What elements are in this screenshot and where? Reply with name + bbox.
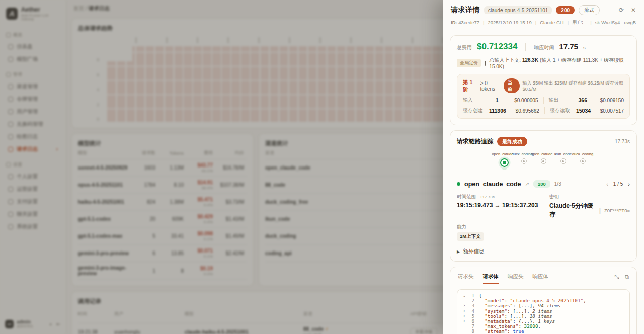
tier-token-count: 1 bbox=[489, 97, 505, 103]
capability-label: 能力 bbox=[457, 224, 630, 230]
stream-mode-pill: 流式 bbox=[579, 5, 600, 15]
tier-metric-label: 缓存读取 bbox=[550, 107, 576, 114]
attempt-count: 1/3 bbox=[554, 181, 561, 187]
user-label: 用户: bbox=[572, 19, 583, 26]
copy-icon[interactable]: ⧉ bbox=[625, 274, 629, 280]
tab-响应头[interactable]: 响应头 bbox=[508, 273, 524, 280]
cost-card: 总费用 $0.712334 响应时间 17.75 s 全局定价 总输入上下文: … bbox=[450, 35, 637, 125]
trace-node[interactable]: duck_coding bbox=[573, 158, 593, 167]
model-name-pill: claude-opus-4-5-20251101 bbox=[484, 6, 552, 14]
tier-metric-label: 输出 bbox=[549, 97, 575, 104]
trace-node-label: open_claude... bbox=[531, 152, 555, 156]
collapse-all-icon[interactable]: ⤡ bbox=[614, 274, 619, 280]
tab-请求体[interactable]: 请求体 bbox=[483, 273, 499, 280]
tier-token-count: 111306 bbox=[489, 108, 506, 114]
tier-cost: $0.000005 bbox=[505, 98, 538, 103]
tier-range: > 0 tokens bbox=[480, 80, 501, 92]
json-body-viewer: ⌄1{2 "model": "claude-opus-4-5-20251101"… bbox=[457, 289, 630, 334]
trace-node[interactable]: open_claude... bbox=[495, 158, 514, 167]
key-masked-value: Z0F***PT0= bbox=[604, 208, 630, 213]
total-fee-label: 总费用 bbox=[457, 44, 472, 51]
total-fee-value: $0.712334 bbox=[477, 42, 517, 52]
expand-caret-icon[interactable]: › bbox=[461, 303, 467, 308]
tab-响应体[interactable]: 响应体 bbox=[533, 273, 549, 280]
trace-duration: 17.73s bbox=[615, 139, 630, 144]
request-id: 43cede77 bbox=[458, 20, 479, 25]
trace-node-icon bbox=[521, 158, 527, 164]
trace-node[interactable]: ikun_code bbox=[553, 158, 573, 167]
tier-metric-label: 输入 bbox=[463, 97, 489, 104]
trace-node-label: ikun_code bbox=[554, 152, 572, 156]
trace-status-badge: 最终成功 bbox=[497, 137, 527, 146]
context-total: 126.3K bbox=[522, 57, 538, 63]
tier-rates: 输入 $5/M 输出 $25/M 缓存创建 $6.25/M 缓存读取 $0.5/… bbox=[523, 80, 624, 92]
key-label: 密钥 bbox=[549, 194, 559, 200]
key-name: Claude-5分钟缓存 bbox=[549, 202, 596, 219]
trace-node[interactable]: duck_coding... bbox=[514, 158, 534, 167]
request-detail-panel: 请求详情 claude-opus-4-5-20251101 200 流式 ⟳ ✕… bbox=[443, 0, 644, 334]
status-code-badge: 200 bbox=[556, 6, 575, 14]
trace-card: 请求链路追踪 最终成功 17.73s open_claude...duck_co… bbox=[450, 130, 637, 262]
success-dot-icon bbox=[457, 182, 460, 186]
request-time: 2025/12/10 19:15:19 bbox=[488, 20, 532, 25]
attempt-status-badge: 200 bbox=[533, 180, 550, 188]
time-range-value: 19:15:19.473 → 19:15:37.203 bbox=[457, 202, 549, 209]
trace-node-icon bbox=[560, 158, 566, 164]
trace-stepper: open_claude...duck_coding...open_claude.… bbox=[457, 158, 630, 172]
capability-tag: 1M上下文 bbox=[457, 232, 484, 241]
trace-node[interactable]: open_claude... bbox=[534, 158, 553, 167]
next-page-icon[interactable]: › bbox=[628, 181, 630, 187]
collapse-caret-icon[interactable]: ⌄ bbox=[461, 293, 467, 298]
tab-请求头[interactable]: 请求头 bbox=[458, 273, 474, 280]
expand-caret-icon[interactable]: › bbox=[461, 319, 467, 324]
tier-cost: $0.695662 bbox=[506, 108, 539, 114]
tier-name: 第 1 阶 bbox=[463, 79, 477, 93]
payload-card: 请求头请求体响应头响应体 ⤡ ⧉ ⌄1{2 "model": "claude-o… bbox=[450, 267, 637, 334]
extra-info-toggle[interactable]: ▶ 额外信息 bbox=[457, 248, 630, 255]
page-indicator: 1 / 5 bbox=[613, 181, 623, 187]
tier-metric-label: 缓存创建 bbox=[463, 107, 489, 114]
tier-usage-row: 输入1$0.000005输出366$0.009150 bbox=[463, 97, 624, 104]
refresh-icon[interactable]: ⟳ bbox=[619, 7, 624, 14]
tier-usage-row: 缓存创建111306$0.695662缓存读取15034$0.007517 bbox=[463, 107, 624, 114]
api-key-masked: sk-WvzlSy4...uwgB bbox=[595, 20, 636, 25]
context-summary: 总输入上下文: 126.3K (输入 1 + 缓存创建 111.3K + 缓存读… bbox=[489, 57, 630, 69]
trace-node-active-icon bbox=[500, 158, 509, 167]
expand-caret-icon[interactable]: › bbox=[461, 314, 467, 319]
pricing-tier-box: 第 1 阶 > 0 tokens 当前 输入 $5/M 输出 $25/M 缓存创… bbox=[457, 74, 630, 119]
panel-title: 请求详情 bbox=[451, 6, 480, 15]
response-time-label: 响应时间 bbox=[534, 44, 554, 51]
current-tier-badge: 当前 bbox=[504, 78, 520, 93]
time-delta: +17.73s bbox=[480, 195, 495, 199]
selected-channel-name: open_claude_code bbox=[464, 181, 521, 188]
request-meta: ID: 43cede77 | 2025/12/10 19:15:19 | Cla… bbox=[451, 19, 636, 26]
tier-cost: $0.007517 bbox=[591, 108, 624, 114]
trace-node-label: duck_coding bbox=[572, 152, 593, 156]
prev-page-icon[interactable]: ‹ bbox=[606, 181, 608, 187]
trace-node-icon bbox=[541, 158, 546, 164]
client-name: Claude CLI bbox=[540, 20, 564, 25]
expand-triangle-icon: ▶ bbox=[457, 249, 460, 254]
tier-cost: $0.009150 bbox=[591, 98, 624, 103]
response-time-value: 17.75 bbox=[559, 42, 578, 51]
tier-token-count: 366 bbox=[575, 97, 591, 103]
external-link-icon[interactable]: ↗ bbox=[525, 181, 529, 187]
pricing-scope-badge: 全局定价 bbox=[457, 59, 481, 67]
expand-caret-icon[interactable]: › bbox=[461, 309, 467, 314]
line-number: 8 bbox=[467, 329, 474, 334]
tier-token-count: 15034 bbox=[576, 108, 591, 114]
close-icon[interactable]: ✕ bbox=[631, 7, 636, 14]
trace-node-icon bbox=[580, 158, 586, 164]
trace-title: 请求链路追踪 bbox=[457, 137, 493, 146]
time-range-label: 时间范围 bbox=[457, 194, 476, 200]
code-line: 8 "stream": true bbox=[461, 329, 625, 334]
